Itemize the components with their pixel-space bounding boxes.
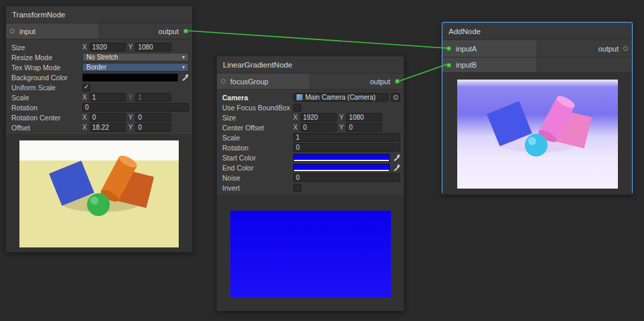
center-offset-y-input[interactable] (346, 123, 382, 132)
node-lineargradientnode[interactable]: LinearGradientNode focusGroup output Cam… (216, 56, 404, 311)
invert-checkbox[interactable] (293, 184, 301, 192)
size-label: Size (11, 43, 82, 51)
size-label: Size (222, 114, 293, 122)
output-port-label: output (158, 27, 179, 35)
prop-row-camera: Camera Main Camera (Camera) ⊙ (217, 92, 400, 102)
rotation-center-y-input[interactable] (135, 113, 171, 122)
resize-mode-dropdown[interactable]: No Stretch ▾ (82, 53, 189, 62)
prop-row-offset: Offset X Y (6, 122, 189, 132)
rotation-label: Rotation (11, 104, 82, 112)
axis-x-label: X (82, 124, 87, 131)
background-color-swatch[interactable] (82, 74, 178, 82)
camera-asset-icon (297, 94, 303, 100)
addnode-port-row-a: inputA output (442, 40, 632, 58)
prop-row-tex-wrap-mode: Tex Wrap Mode Border ▾ (6, 62, 189, 72)
edge-gradient-output-to-addnode-inputb[interactable] (400, 64, 447, 81)
tex-wrap-mode-dropdown[interactable]: Border ▾ (82, 63, 189, 72)
addnode-preview (442, 72, 632, 195)
size-x-input[interactable] (301, 113, 337, 122)
eyedropper-icon[interactable] (392, 164, 400, 172)
axis-y-label: Y (339, 114, 344, 121)
object-picker-icon: ⊙ (393, 94, 398, 101)
transformnode-output-port[interactable]: output (153, 23, 192, 39)
prop-row-uniform-scale: Uniform Scale (6, 82, 189, 92)
end-color-label: End Color (222, 164, 293, 172)
output-port-connector-icon[interactable] (395, 79, 400, 84)
focusgroup-port-connector-icon[interactable] (221, 79, 226, 84)
size-y-input[interactable] (346, 113, 382, 122)
start-color-swatch[interactable] (293, 154, 390, 162)
rotation-center-label: Rotation Center (11, 114, 82, 122)
scale-input[interactable] (293, 133, 400, 142)
lineargradientnode-properties: Camera Main Camera (Camera) ⊙ Use Focus … (217, 90, 404, 195)
transformnode-input-port[interactable]: input (6, 23, 98, 39)
size-y-input[interactable] (135, 43, 171, 51)
addnode-title[interactable]: AddNode (442, 23, 632, 40)
scale-y-input (135, 93, 171, 102)
prop-row-noise: Noise (217, 173, 400, 183)
inputa-port-connector-icon[interactable] (447, 46, 451, 51)
transformnode-title[interactable]: TransformNode (6, 6, 192, 23)
center-offset-label: Center Offset (222, 124, 293, 132)
object-picker-button[interactable]: ⊙ (391, 93, 400, 102)
lineargradientnode-output-port[interactable]: output (364, 74, 404, 89)
node-addnode[interactable]: AddNode inputA output inputB (442, 22, 633, 194)
eyedropper-icon[interactable] (181, 74, 189, 82)
node-transformnode[interactable]: TransformNode input output Size X Y (5, 5, 193, 251)
offset-y-input[interactable] (135, 123, 171, 132)
uniform-scale-checkbox[interactable] (82, 84, 90, 92)
output-port-label: output (370, 78, 390, 86)
addnode-preview-image (457, 80, 618, 189)
center-offset-x-input[interactable] (301, 123, 337, 132)
prop-row-size: Size X Y (6, 42, 189, 52)
node-graph-canvas[interactable]: TransformNode input output Size X Y (0, 0, 644, 321)
scale-x-input[interactable] (90, 93, 126, 102)
edge-transform-output-to-addnode-inputa[interactable] (188, 31, 447, 48)
addnode-port-row-b: inputB (442, 58, 632, 72)
camera-object-field[interactable]: Main Camera (Camera) (293, 93, 388, 102)
axis-x-label: X (82, 94, 87, 101)
transformnode-preview (6, 134, 192, 252)
addnode-output-port[interactable]: output (592, 40, 632, 57)
output-port-connector-icon[interactable] (183, 29, 188, 33)
addnode-inputa-port[interactable]: inputA (442, 40, 536, 57)
prop-row-size: Size X Y (217, 112, 400, 122)
size-x-input[interactable] (90, 43, 126, 51)
rotation-input[interactable] (82, 103, 189, 112)
transformnode-preview-image (19, 140, 179, 247)
prop-row-background-color: Background Color (6, 72, 189, 82)
lineargradientnode-preview (217, 195, 404, 311)
inputa-port-label: inputA (456, 45, 477, 53)
eyedropper-icon[interactable] (392, 154, 400, 162)
rotation-center-x-input[interactable] (90, 113, 126, 122)
prop-row-start-color: Start Color (217, 152, 400, 163)
input-port-connector-icon[interactable] (10, 29, 15, 33)
prop-row-use-focus-boundbox: Use Focus BoundBox (217, 102, 400, 112)
focusgroup-port[interactable]: focusGroup (217, 74, 309, 89)
prop-row-rotation: Rotation (6, 102, 189, 112)
scale-label: Scale (11, 94, 82, 102)
axis-y-label: Y (129, 124, 133, 131)
prop-row-scale: Scale (217, 132, 400, 142)
use-focus-boundbox-checkbox[interactable] (293, 104, 301, 112)
axis-x-label: X (293, 124, 298, 131)
noise-input[interactable] (293, 173, 400, 182)
use-focus-boundbox-label: Use Focus BoundBox (222, 104, 293, 112)
uniform-scale-label: Uniform Scale (11, 84, 82, 92)
prop-row-scale: Scale X Y (6, 92, 189, 102)
output-port-label: output (598, 45, 619, 53)
output-port-connector-icon[interactable] (623, 46, 628, 51)
offset-x-input[interactable] (90, 123, 126, 132)
axis-y-label: Y (129, 94, 133, 101)
offset-label: Offset (11, 124, 82, 132)
inputb-port-connector-icon[interactable] (447, 63, 451, 68)
invert-label: Invert (222, 184, 293, 192)
lineargradientnode-preview-image (230, 211, 391, 298)
lineargradientnode-title[interactable]: LinearGradientNode (217, 56, 404, 74)
prop-row-end-color: End Color (217, 163, 400, 173)
end-color-swatch[interactable] (293, 164, 390, 172)
addnode-inputb-port[interactable]: inputB (442, 58, 536, 72)
resize-mode-value: No Stretch (86, 54, 118, 61)
rotation-input[interactable] (293, 143, 400, 152)
axis-y-label: Y (129, 43, 133, 51)
